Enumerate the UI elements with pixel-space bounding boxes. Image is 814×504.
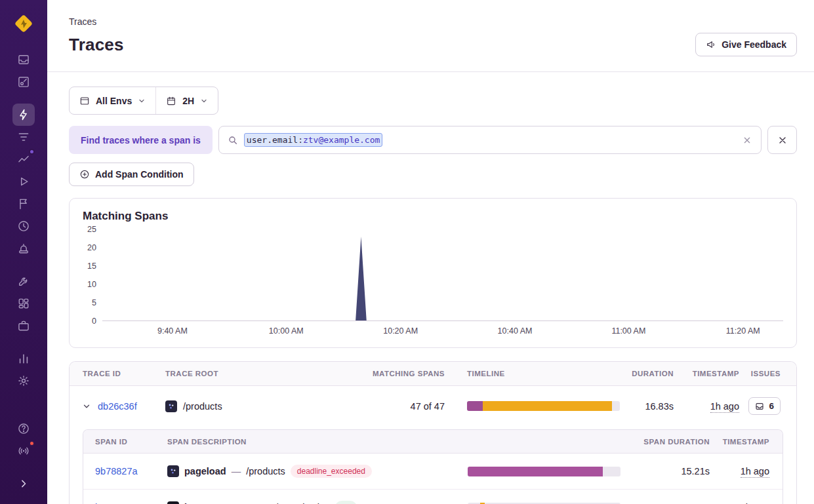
time-range-filter-label: 2H bbox=[182, 96, 194, 106]
sidebar-item-tools[interactable] bbox=[12, 270, 35, 292]
span-row: 9b78827a pageload — /products deadline_e… bbox=[83, 454, 783, 490]
sidebar-item-issues[interactable] bbox=[12, 48, 35, 71]
span-table-header: SPAN ID SPAN DESCRIPTION SPAN DURATION T… bbox=[83, 430, 783, 454]
history-icon bbox=[17, 220, 30, 233]
chart-plot-column: 9:40 AM10:00 AM10:20 AM10:40 AM11:00 AM1… bbox=[102, 229, 783, 339]
sidebar-item-releases[interactable] bbox=[12, 193, 35, 215]
span-duration-value: 15.21s bbox=[625, 466, 710, 476]
tools-icon bbox=[17, 275, 30, 288]
settings-icon bbox=[17, 374, 30, 387]
dashboards-icon bbox=[17, 297, 30, 310]
sidebar-item-projects[interactable] bbox=[12, 315, 35, 337]
issues-icon bbox=[17, 53, 30, 66]
y-tick-label: 0 bbox=[92, 317, 96, 326]
span-id-link[interactable]: 9b78827a bbox=[95, 466, 138, 476]
remove-condition-button[interactable] bbox=[767, 126, 797, 154]
span-status-badge: deadline_exceeded bbox=[291, 465, 372, 478]
area-series bbox=[102, 229, 783, 320]
sidebar-item-alerts[interactable] bbox=[12, 237, 35, 260]
sidebar-item-settings[interactable] bbox=[12, 370, 35, 392]
insights-icon bbox=[17, 130, 30, 144]
x-tick-label: 11:00 AM bbox=[611, 326, 645, 336]
sidebar-bottom-group bbox=[12, 417, 35, 495]
sentry-logo-icon bbox=[12, 12, 35, 35]
duration-value: 16.83s bbox=[624, 401, 674, 412]
environment-filter[interactable]: All Envs bbox=[70, 87, 155, 114]
timeline-segment bbox=[483, 401, 612, 411]
sidebar bbox=[0, 0, 47, 504]
trace-id-link[interactable]: db26c36f bbox=[98, 401, 137, 412]
sidebar-item-whats-new[interactable] bbox=[12, 440, 35, 462]
x-tick-label: 10:20 AM bbox=[383, 326, 418, 336]
calendar-icon bbox=[166, 96, 176, 106]
timeline-segment bbox=[468, 467, 603, 476]
envs-icon bbox=[79, 96, 90, 106]
chevron-down-icon bbox=[138, 97, 146, 105]
sidebar-collapse-toggle[interactable] bbox=[12, 473, 35, 495]
search-icon bbox=[228, 135, 238, 145]
close-icon bbox=[777, 135, 788, 145]
column-header-issues: ISSUES bbox=[739, 370, 795, 378]
main-content: Traces Traces Give Feedback All Envs bbox=[47, 0, 814, 504]
sidebar-item-insights[interactable] bbox=[12, 126, 35, 148]
timestamp-value: 1h ago bbox=[710, 401, 739, 413]
issues-count-button[interactable]: 6 bbox=[748, 397, 781, 415]
chart-plot-area[interactable] bbox=[102, 229, 783, 321]
span-table: SPAN ID SPAN DESCRIPTION SPAN DURATION T… bbox=[83, 429, 783, 504]
sidebar-item-dashboards[interactable] bbox=[12, 292, 35, 315]
chevron-right-icon bbox=[17, 477, 30, 490]
megaphone-icon bbox=[706, 39, 716, 50]
sentry-logo[interactable] bbox=[12, 12, 35, 35]
traces-table: TRACE ID TRACE ROOT MATCHING SPANS TIMEL… bbox=[69, 361, 797, 504]
chart-body: 2520151050 9:40 AM10:00 AM10:20 AM10:40 … bbox=[83, 229, 783, 339]
span-search-input[interactable]: user.email:ztv@example.com bbox=[218, 126, 762, 154]
column-header-span-description: SPAN DESCRIPTION bbox=[167, 438, 468, 446]
page-header: Traces Give Feedback bbox=[69, 33, 797, 71]
collapse-row-button[interactable] bbox=[80, 400, 93, 413]
sidebar-item-explore[interactable] bbox=[12, 71, 35, 93]
clear-search-icon[interactable] bbox=[742, 135, 752, 145]
chart-x-axis: 9:40 AM10:00 AM10:20 AM10:40 AM11:00 AM1… bbox=[102, 321, 783, 339]
traces-icon bbox=[17, 108, 30, 121]
replays-icon bbox=[17, 175, 30, 188]
x-tick-label: 10:00 AM bbox=[269, 326, 304, 336]
give-feedback-button[interactable]: Give Feedback bbox=[695, 33, 797, 56]
issues-count: 6 bbox=[769, 401, 774, 411]
column-header-trace-id: TRACE ID bbox=[70, 370, 165, 378]
x-tick-label: 11:20 AM bbox=[726, 326, 760, 336]
chart-y-axis: 2520151050 bbox=[83, 225, 102, 326]
sidebar-item-replays[interactable] bbox=[12, 170, 35, 193]
search-token[interactable]: user.email:ztv@example.com bbox=[244, 133, 383, 147]
column-header-timeline: TIMELINE bbox=[467, 370, 624, 378]
give-feedback-label: Give Feedback bbox=[722, 39, 786, 50]
breadcrumb[interactable]: Traces bbox=[69, 0, 797, 27]
table-row: db26c36f /products 47 of 47 16.83s 1h ag… bbox=[70, 386, 796, 426]
app-root: Traces Traces Give Feedback All Envs bbox=[0, 0, 814, 504]
issues-icon bbox=[755, 402, 764, 411]
chart-title: Matching Spans bbox=[83, 210, 783, 223]
span-op: pageload bbox=[184, 466, 226, 476]
add-condition-row: Add Span Condition bbox=[69, 163, 797, 186]
platform-glyph-icon bbox=[169, 467, 177, 475]
search-token-value: ztv@example.com bbox=[303, 135, 380, 145]
matching-spans-value: 47 of 47 bbox=[342, 401, 445, 412]
column-header-matching-spans: MATCHING SPANS bbox=[342, 370, 445, 378]
span-condition-prefix: Find traces where a span is bbox=[69, 126, 213, 154]
sidebar-item-help[interactable] bbox=[12, 417, 35, 440]
timestamp-value: 1h ago bbox=[741, 466, 769, 478]
chevron-down-icon bbox=[200, 97, 208, 105]
time-range-filter[interactable]: 2H bbox=[155, 87, 218, 114]
sidebar-item-traces[interactable] bbox=[12, 104, 35, 126]
add-span-condition-button[interactable]: Add Span Condition bbox=[69, 163, 194, 186]
platform-icon bbox=[165, 400, 177, 412]
notification-dot bbox=[29, 149, 35, 155]
y-tick-label: 5 bbox=[92, 298, 96, 307]
sidebar-item-performance[interactable] bbox=[12, 148, 35, 170]
sidebar-item-history[interactable] bbox=[12, 215, 35, 237]
span-condition-row: Find traces where a span is user.email:z… bbox=[69, 126, 797, 154]
column-header-trace-root: TRACE ROOT bbox=[165, 370, 342, 378]
sidebar-item-stats[interactable] bbox=[12, 347, 35, 370]
performance-icon bbox=[17, 153, 30, 166]
x-tick-label: 9:40 AM bbox=[157, 326, 188, 336]
column-header-timestamp: TIMESTAMP bbox=[674, 370, 739, 378]
